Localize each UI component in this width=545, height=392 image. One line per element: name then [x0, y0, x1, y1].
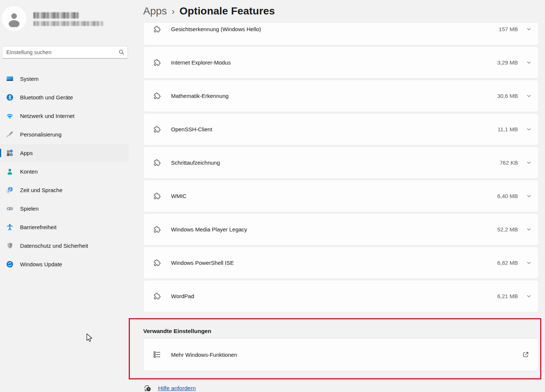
feature-size: 3,29 MB [497, 59, 518, 66]
globe-clock-icon [6, 186, 14, 194]
sidebar-item-windows-update[interactable]: Windows Update [1, 256, 129, 273]
puzzle-icon [153, 92, 161, 100]
settings-window: System Bluetooth und Geräte Netzwerk und… [0, 0, 545, 392]
feature-name: Schrittaufzeichnung [171, 159, 500, 166]
sidebar-item-accessibility[interactable]: Barrierefreiheit [1, 218, 129, 236]
breadcrumb: Apps › Optionale Features [143, 5, 275, 17]
feature-size: 30,6 MB [497, 93, 518, 99]
help-icon: ? [144, 384, 152, 392]
puzzle-icon [153, 292, 161, 300]
sidebar-item-system[interactable]: System [1, 70, 129, 88]
sidebar-item-label: Zeit und Sprache [20, 187, 62, 193]
sidebar-item-personalization[interactable]: Personalisierung [1, 126, 129, 143]
sidebar-item-label: Spielen [20, 205, 39, 212]
chevron-down-icon[interactable] [526, 260, 532, 266]
feature-name: Internet Explorer-Modus [171, 59, 497, 66]
feature-row[interactable]: Internet Explorer-Modus 3,29 MB [143, 46, 539, 79]
sidebar-item-gaming[interactable]: Spielen [1, 200, 129, 217]
feature-size: 6,82 MB [497, 260, 518, 266]
feature-size: 52,2 MB [497, 226, 518, 233]
sidebar-item-label: Datenschutz und Sicherheit [20, 243, 88, 249]
sidebar-item-label: Personalisierung [20, 131, 62, 138]
chevron-down-icon[interactable] [526, 293, 532, 299]
wifi-icon [6, 112, 14, 120]
feature-size: 11,1 MB [498, 126, 518, 132]
feature-name: OpenSSH-Client [171, 126, 498, 132]
sidebar-item-time-language[interactable]: Zeit und Sprache [1, 181, 129, 199]
page-title: Optionale Features [180, 5, 275, 17]
sidebar-item-label: Konten [20, 168, 38, 175]
mouse-cursor [85, 333, 94, 345]
user-email-redacted [33, 21, 103, 26]
sidebar-item-label: Netzwerk und Internet [20, 113, 75, 119]
external-link-icon[interactable] [522, 351, 529, 359]
sidebar-item-label: Apps [20, 150, 33, 156]
feature-row[interactable]: Windows Media Player Legacy 52,2 MB [143, 213, 539, 246]
chevron-down-icon[interactable] [526, 93, 532, 99]
highlight-red-box: Verwandte Einstellungen Mehr Windows-Fun… [129, 318, 541, 379]
feature-row[interactable]: Schrittaufzeichnung 762 KB [143, 146, 539, 179]
get-help-label[interactable]: Hilfe anfordern [158, 385, 196, 392]
chevron-down-icon[interactable] [526, 193, 532, 199]
system-icon [6, 75, 14, 83]
puzzle-icon [153, 25, 161, 33]
related-settings-heading: Verwandte Einstellungen [143, 328, 211, 335]
sidebar-item-label: Bluetooth und Geräte [20, 94, 73, 101]
accessibility-icon [6, 223, 14, 231]
feature-row[interactable]: OpenSSH-Client 11,1 MB [143, 113, 539, 145]
feature-name: Windows PowerShell ISE [171, 260, 497, 266]
puzzle-icon [153, 125, 161, 133]
puzzle-icon [153, 225, 161, 233]
puzzle-icon [153, 59, 161, 66]
search-input[interactable] [2, 46, 128, 59]
user-profile[interactable] [0, 0, 134, 37]
sidebar-item-label: Windows Update [20, 261, 62, 267]
chevron-down-icon[interactable] [526, 26, 532, 32]
feature-size: 6,40 MB [497, 193, 518, 199]
breadcrumb-apps[interactable]: Apps [143, 5, 167, 17]
puzzle-icon [153, 259, 161, 267]
feature-name: WordPad [171, 293, 497, 299]
chevron-down-icon[interactable] [526, 60, 532, 65]
paintbrush-icon [6, 131, 14, 138]
feature-name: Gesichtserkennung (Windows Hello) [171, 26, 499, 32]
feature-row[interactable]: WMIC 6,40 MB [143, 180, 539, 212]
sidebar-nav: System Bluetooth und Geräte Netzwerk und… [1, 70, 129, 274]
sidebar-item-accounts[interactable]: Konten [1, 163, 129, 180]
sidebar-item-apps[interactable]: Apps [1, 144, 129, 162]
feature-row[interactable]: Mathematik-Erkennung 30,6 MB [143, 80, 539, 112]
search-box [2, 46, 128, 59]
sidebar-item-privacy-security[interactable]: Datenschutz und Sicherheit [1, 237, 129, 254]
svg-text:?: ? [148, 388, 150, 391]
avatar [1, 6, 27, 31]
sidebar-item-label: System [20, 76, 39, 82]
person-glyph-icon [6, 10, 23, 27]
puzzle-icon [153, 192, 161, 200]
shield-icon [6, 242, 14, 250]
feature-name: Windows Media Player Legacy [171, 226, 497, 233]
sidebar-item-label: Barrierefreiheit [20, 224, 56, 230]
get-help-link[interactable]: ? Hilfe anfordern [144, 384, 196, 392]
feature-name: WMIC [171, 193, 497, 199]
feature-row[interactable]: WordPad 6,21 MB [143, 280, 539, 312]
gamepad-icon [6, 205, 14, 213]
feature-size: 157 MB [499, 26, 518, 32]
update-icon [6, 260, 14, 268]
chevron-down-icon[interactable] [526, 227, 532, 232]
feature-row[interactable]: Gesichtserkennung (Windows Hello) 157 MB [143, 23, 539, 45]
feature-row[interactable]: Windows PowerShell ISE 6,82 MB [143, 247, 539, 279]
more-windows-features-row[interactable]: Mehr Windows-Funktionen [143, 338, 539, 371]
chevron-down-icon[interactable] [526, 126, 532, 132]
feature-size: 762 KB [500, 159, 518, 166]
breadcrumb-separator-icon: › [172, 6, 175, 17]
more-windows-features-label: Mehr Windows-Funktionen [171, 352, 522, 358]
puzzle-icon [153, 159, 161, 167]
sidebar-item-bluetooth-devices[interactable]: Bluetooth und Geräte [1, 89, 129, 106]
feature-name: Mathematik-Erkennung [171, 93, 497, 99]
person-icon [6, 168, 14, 175]
feature-checklist-icon [153, 350, 161, 359]
sidebar-item-network-internet[interactable]: Netzwerk und Internet [1, 107, 129, 125]
chevron-down-icon[interactable] [526, 160, 532, 165]
search-icon[interactable] [118, 49, 125, 57]
feature-size: 6,21 MB [497, 293, 518, 299]
